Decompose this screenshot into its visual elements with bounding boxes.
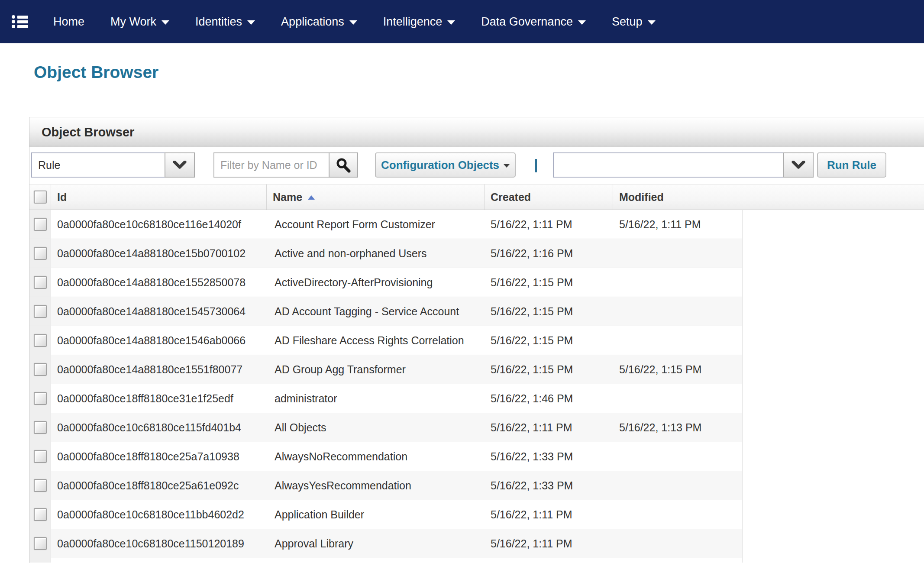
nav-item-home[interactable]: Home (53, 15, 84, 29)
nav-item-label: Intelligence (383, 15, 443, 29)
cell-created: 5/16/22, 1:11 PM (485, 500, 613, 529)
object-type-combobox[interactable]: Rule (31, 152, 195, 178)
panel-title: Object Browser (42, 125, 134, 139)
table-row[interactable]: 0a0000fa80ce18ff8180ce25a7a10938 AlwaysN… (29, 442, 742, 471)
row-checkbox[interactable] (34, 392, 47, 405)
cell-created: 5/16/22, 1:11 PM (485, 413, 613, 442)
cell-modified (613, 384, 742, 413)
nav-item-label: Home (53, 15, 84, 29)
chevron-down-icon (247, 20, 255, 25)
cell-modified: 5/16/22, 1:15 PM (613, 355, 742, 384)
object-browser-panel: Object Browser Rule Configuration Object… (29, 117, 924, 563)
cell-id: 0a0000fa80ce10c68180ce116e14020f (51, 210, 267, 239)
row-checkbox-cell (29, 500, 51, 529)
cell-name: Active and non-orphaned Users (267, 239, 485, 268)
row-checkbox[interactable] (34, 450, 47, 463)
cell-id: 0a0000fa80ce18ff8180ce25a61e092c (51, 471, 267, 500)
row-checkbox-cell (29, 442, 51, 471)
cell-name: AD Group Agg Transformer (267, 355, 485, 384)
menu-list-icon[interactable] (12, 15, 28, 28)
table-row[interactable]: 0a0000fa80ce14a88180ce1552850078 ActiveD… (29, 268, 742, 297)
list-icon-bar (17, 25, 28, 28)
column-header-modified[interactable]: Modified (613, 184, 742, 210)
column-header-name[interactable]: Name (267, 184, 485, 210)
cell-id: 0a0000fa80ce18ff8180ce31e1f25edf (51, 384, 267, 413)
cell-modified (613, 268, 742, 297)
row-checkbox[interactable] (34, 537, 47, 550)
row-checkbox[interactable] (34, 479, 47, 492)
row-checkbox-cell (29, 239, 51, 268)
table-row[interactable]: 0a0000fa80ce14a88180ce1546ab0066 AD File… (29, 326, 742, 355)
cell-name: AlwaysYesRecommendation (267, 471, 485, 500)
cell-created: 5/16/22, 1:15 PM (485, 268, 613, 297)
table-row[interactable]: 0a0000fa80ce14a88180ce1551f80077 AD Grou… (29, 355, 742, 384)
cell-modified (613, 442, 742, 471)
row-checkbox-cell (29, 297, 51, 326)
rule-select-value[interactable] (553, 152, 783, 178)
table-row-partial[interactable] (29, 558, 742, 563)
list-icon-dot (12, 20, 15, 23)
nav-item-label: Applications (281, 15, 344, 29)
row-checkbox[interactable] (34, 334, 47, 347)
nav-item-intelligence[interactable]: Intelligence (383, 15, 456, 29)
table-row[interactable]: 0a0000fa80ce10c68180ce1150120189 Approva… (29, 529, 742, 558)
configuration-objects-button[interactable]: Configuration Objects (375, 152, 516, 178)
row-checkbox-cell (29, 268, 51, 297)
nav-item-applications[interactable]: Applications (281, 15, 357, 29)
configuration-objects-label: Configuration Objects (381, 159, 499, 172)
table-row[interactable]: 0a0000fa80ce18ff8180ce31e1f25edf adminis… (29, 384, 742, 413)
table-row[interactable]: 0a0000fa80ce10c68180ce115fd401b4 All Obj… (29, 413, 742, 442)
cell-id: 0a0000fa80ce14a88180ce1552850078 (51, 268, 267, 297)
row-checkbox[interactable] (34, 276, 47, 289)
row-checkbox[interactable] (34, 305, 47, 318)
column-header-id[interactable]: Id (51, 184, 267, 210)
nav-item-my-work[interactable]: My Work (110, 15, 169, 29)
cell-created: 5/16/22, 1:15 PM (485, 297, 613, 326)
nav-item-label: My Work (110, 15, 156, 29)
table-row[interactable]: 0a0000fa80ce10c68180ce11bb4602d2 Applica… (29, 500, 742, 529)
nav-item-identities[interactable]: Identities (195, 15, 255, 29)
rule-select-combobox[interactable] (553, 152, 814, 178)
cell-id: 0a0000fa80ce14a88180ce15b0700102 (51, 239, 267, 268)
cell-id: 0a0000fa80ce18ff8180ce25a7a10938 (51, 442, 267, 471)
list-icon-dot (12, 25, 15, 28)
filter-input[interactable] (213, 152, 329, 178)
nav-item-data-governance[interactable]: Data Governance (481, 15, 586, 29)
row-checkbox[interactable] (34, 508, 47, 521)
object-type-dropdown-button[interactable] (165, 152, 195, 178)
search-button[interactable] (329, 152, 358, 178)
cell-name (267, 558, 485, 563)
table-row[interactable]: 0a0000fa80ce14a88180ce15b0700102 Active … (29, 239, 742, 268)
list-icon-bar (17, 20, 28, 23)
run-rule-button[interactable]: Run Rule (817, 152, 886, 178)
cell-modified (613, 500, 742, 529)
row-checkbox[interactable] (34, 421, 47, 434)
object-type-value[interactable]: Rule (31, 152, 165, 178)
chevron-down-icon (349, 20, 357, 25)
navbar-items: Home My Work Identities Applications Int… (53, 15, 656, 29)
cell-modified (613, 529, 742, 558)
row-checkbox[interactable] (34, 218, 47, 231)
chevron-down-icon (162, 20, 169, 25)
cell-created: 5/16/22, 1:16 PM (485, 239, 613, 268)
table-row[interactable]: 0a0000fa80ce10c68180ce116e14020f Account… (29, 210, 742, 239)
list-icon-dot (12, 15, 15, 19)
column-header-created[interactable]: Created (485, 184, 613, 210)
filter-group (213, 152, 358, 178)
cell-created (485, 558, 613, 563)
cell-modified (613, 326, 742, 355)
cell-name: Application Builder (267, 500, 485, 529)
rule-select-dropdown-button[interactable] (783, 152, 814, 178)
table-row[interactable]: 0a0000fa80ce18ff8180ce25a61e092c AlwaysY… (29, 471, 742, 500)
select-all-checkbox[interactable] (34, 191, 47, 204)
nav-item-setup[interactable]: Setup (612, 15, 656, 29)
table-row[interactable]: 0a0000fa80ce14a88180ce1545730064 AD Acco… (29, 297, 742, 326)
cell-id (51, 558, 267, 563)
page-title: Object Browser (34, 63, 158, 82)
cell-created: 5/16/22, 1:33 PM (485, 442, 613, 471)
row-checkbox[interactable] (34, 363, 47, 376)
row-checkbox-cell (29, 210, 51, 239)
row-checkbox[interactable] (34, 247, 47, 260)
chevron-down-icon (578, 20, 586, 25)
cell-name: AD Fileshare Access Rights Correlation (267, 326, 485, 355)
